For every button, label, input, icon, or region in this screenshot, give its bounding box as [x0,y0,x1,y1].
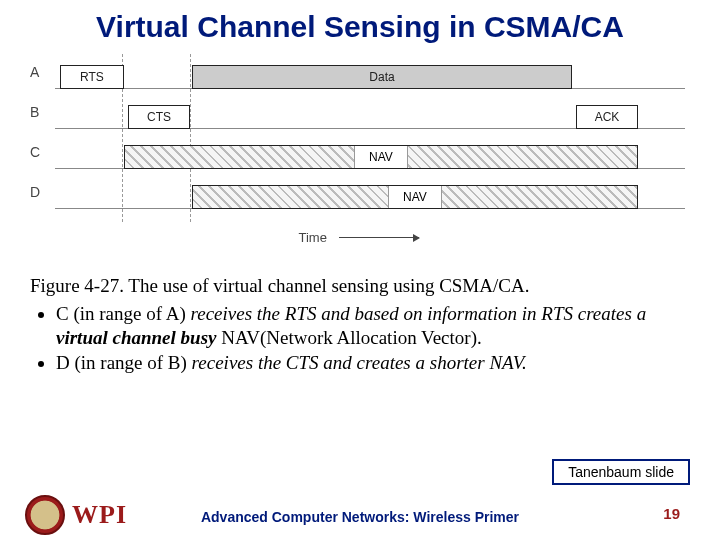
row-b: B CTS ACK [30,99,690,129]
nav-d-box: NAV [192,185,638,209]
row-label-b: B [30,104,39,120]
text-bold: virtual channel busy [56,327,221,348]
timing-diagram: A RTS Data B CTS ACK C NAV D NAV Time [30,54,690,264]
cts-box: CTS [128,105,190,129]
data-box: Data [192,65,572,89]
row-c: C NAV [30,139,690,169]
page-number: 19 [663,505,680,522]
caption-bullet-1: C (in range of A) receives the RTS and b… [56,302,690,350]
row-d: D NAV [30,179,690,209]
nav-c-label: NAV [354,146,408,168]
time-arrow-icon [339,237,419,238]
row-label-a: A [30,64,39,80]
row-a: A RTS Data [30,59,690,89]
text-italic: receives the CTS and creates a shorter N… [192,352,527,373]
row-label-c: C [30,144,40,160]
slide-title: Virtual Channel Sensing in CSMA/CA [0,0,720,46]
slide-footer: WPI Advanced Computer Networks: Wireless… [0,490,720,530]
row-label-d: D [30,184,40,200]
credit-box: Tanenbaum slide [552,459,690,485]
time-label: Time [299,230,327,245]
caption-figure-line: Figure 4-27. The use of virtual channel … [30,274,690,298]
text: NAV(Network Allocation Vector). [221,327,482,348]
caption-bullet-2: D (in range of B) receives the CTS and c… [56,351,690,375]
nav-c-box: NAV [124,145,638,169]
text: C (in range of A) [56,303,191,324]
figure-caption: Figure 4-27. The use of virtual channel … [30,274,690,375]
ack-box: ACK [576,105,638,129]
text: D (in range of B) [56,352,192,373]
rts-box: RTS [60,65,124,89]
time-axis: Time [55,229,685,249]
text-italic: receives the RTS and based on informatio… [191,303,647,324]
footer-title: Advanced Computer Networks: Wireless Pri… [0,509,720,525]
nav-d-label: NAV [388,186,442,208]
